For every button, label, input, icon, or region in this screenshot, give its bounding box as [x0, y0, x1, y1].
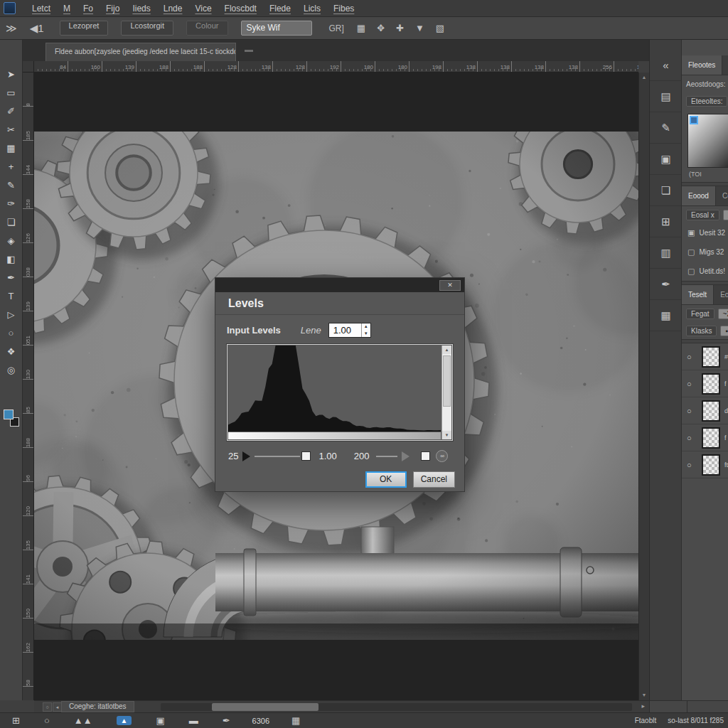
options-extra-icon[interactable]: ▧	[436, 23, 444, 33]
menu-item-5[interactable]: Iieds	[126, 4, 156, 14]
highlight-slider-handle[interactable]	[402, 451, 410, 461]
menu-item-2[interactable]: M	[57, 4, 77, 14]
paths-panel-icon[interactable]: ✒	[650, 269, 682, 300]
spinner-down-icon[interactable]: ▼	[362, 331, 370, 338]
adjust-row-value[interactable]: ▪	[720, 326, 728, 336]
scroll-option-icon[interactable]: ○	[43, 702, 52, 712]
channels-panel-icon[interactable]: ▦	[650, 300, 682, 331]
frame-window-icon[interactable]: ▣	[156, 715, 164, 726]
tool-back-icon[interactable]: ◀1	[30, 22, 44, 35]
layer-thumbnail[interactable]	[702, 454, 720, 476]
path-select-tool[interactable]: ▷	[1, 306, 22, 324]
gamma-value[interactable]: 1.00	[329, 323, 361, 337]
style-input[interactable]: Syke Wif	[241, 21, 312, 36]
menu-item-6[interactable]: Lnde	[157, 4, 189, 14]
gradient-selected-icon[interactable]	[690, 116, 698, 124]
scroll-track[interactable]	[161, 703, 632, 711]
brush-tool[interactable]: ✎	[1, 176, 22, 195]
pen-app-icon[interactable]: ✒	[223, 715, 230, 726]
photos-icon[interactable]: ▲▲	[74, 715, 92, 726]
foreground-color-swatch[interactable]	[4, 410, 14, 419]
presets-tab-1[interactable]: Fleootes	[682, 55, 722, 75]
scroll-right-icon[interactable]: ▸	[641, 702, 645, 710]
menu-item-3[interactable]: Fo	[77, 4, 100, 14]
brush-panel-icon[interactable]: ✎	[650, 112, 682, 144]
marquee-tool[interactable]: ▭	[1, 84, 22, 102]
layer-visibility-icon[interactable]: ○	[687, 434, 697, 442]
app-logo-icon[interactable]	[4, 2, 16, 14]
output-slider-handle[interactable]	[421, 451, 430, 461]
presets-tab-2[interactable]: E	[722, 55, 728, 75]
auto-reset-button[interactable]: ∞	[436, 450, 448, 462]
cancel-button[interactable]: Cancel	[413, 471, 455, 488]
transform-icon[interactable]: ✚	[396, 23, 404, 33]
warp-icon[interactable]: ▼	[415, 23, 424, 33]
menu-item-8[interactable]: Floscbdt	[218, 4, 263, 14]
scroll-handle[interactable]	[212, 703, 318, 711]
align-grid-icon[interactable]: ▦	[357, 23, 365, 33]
crop-tool[interactable]: ✂	[1, 121, 22, 139]
channels-item-2[interactable]: ▢Migs 32	[682, 242, 728, 262]
preset-button-3[interactable]: Colour	[186, 21, 228, 36]
layer-row-2[interactable]: ○f	[682, 370, 728, 397]
scroll-down-icon[interactable]: ▼	[639, 690, 649, 700]
document-tab[interactable]: Fldee aubon[zayslee (jeedieg /eded lee l…	[46, 43, 236, 61]
libraries-panel-icon[interactable]: ⊞	[650, 206, 682, 237]
gradient-tool[interactable]: ◧	[1, 250, 22, 269]
lasso-tool[interactable]: ✐	[1, 102, 22, 121]
layer-row-3[interactable]: ○d	[682, 397, 728, 424]
channels-item-1[interactable]: ▣Uesit 32	[682, 223, 728, 242]
channels-tab-2[interactable]: Ceol	[716, 186, 728, 205]
preset-button-2[interactable]: Lcostorgit	[121, 21, 173, 36]
history-brush-tool[interactable]: ❏	[1, 213, 22, 232]
hist-scroll-down-icon[interactable]: ▼	[442, 431, 451, 439]
color-swatches[interactable]	[4, 410, 19, 427]
hist-scroll-handle[interactable]	[443, 355, 451, 407]
clone-stamp-tool[interactable]: ✑	[1, 195, 22, 213]
vertical-scrollbar[interactable]: ▲ ▼	[638, 73, 649, 700]
hand-tool[interactable]: ❖	[1, 343, 22, 361]
start-grid-icon[interactable]: ⊞	[12, 715, 20, 726]
info-panel-icon[interactable]: ▥	[650, 237, 682, 269]
eraser-tool[interactable]: ◈	[1, 232, 22, 250]
slice-tool[interactable]: ▦	[1, 139, 22, 158]
adjust-row-value[interactable]: ~2	[718, 309, 728, 319]
tab-overflow-icon[interactable]	[245, 50, 253, 52]
layer-row-1[interactable]: ○#	[682, 343, 728, 370]
channels-field-value[interactable]: 2	[723, 210, 728, 220]
menu-item-1[interactable]: Letct	[26, 4, 57, 14]
healing-tool[interactable]: +	[1, 158, 22, 176]
dark-window-icon[interactable]: ▬	[189, 715, 198, 726]
horizontal-scrollbar[interactable]: ○ ◂ Coeghe: itatlotbes ▸	[34, 700, 649, 712]
image-app-icon[interactable]: ▲	[117, 716, 132, 725]
close-icon[interactable]: ✕	[439, 280, 461, 291]
spinner-up-icon[interactable]: ▲	[362, 323, 370, 331]
menu-item-7[interactable]: Vice	[188, 4, 218, 14]
menu-item-10[interactable]: Licls	[297, 4, 327, 14]
menu-item-4[interactable]: Fijo	[100, 4, 126, 14]
gamma-spinner[interactable]: ▲ ▼	[361, 323, 370, 337]
zoom-tool[interactable]: ◎	[1, 361, 22, 380]
layer-row-4[interactable]: ○f	[682, 424, 728, 451]
collapse-panels-icon[interactable]: «	[650, 50, 682, 81]
shadow-slider-handle[interactable]	[242, 451, 250, 461]
workspace-double-arrow-icon[interactable]: ≫	[6, 22, 17, 35]
ok-button[interactable]: OK	[365, 471, 407, 488]
type-tool[interactable]: T	[1, 287, 22, 306]
shadow-value[interactable]: 25	[228, 451, 238, 461]
layer-visibility-icon[interactable]: ○	[687, 407, 697, 415]
adjust-tab-2[interactable]: Eoor	[714, 285, 728, 304]
channels-item-3[interactable]: ▢Uetit.ds!	[682, 262, 728, 281]
grid-app-icon[interactable]: ▦	[291, 715, 300, 726]
layer-thumbnail[interactable]	[702, 427, 720, 449]
layer-visibility-icon[interactable]: ○	[687, 380, 697, 388]
shape-tool[interactable]: ○	[1, 324, 22, 343]
midtone-slider-handle[interactable]	[301, 451, 311, 461]
highlight-value[interactable]: 200	[354, 451, 370, 461]
clone-source-panel-icon[interactable]: ▣	[650, 144, 682, 175]
scroll-up-icon[interactable]: ▲	[639, 73, 649, 82]
layer-row-5[interactable]: ○ft	[682, 451, 728, 478]
browser-icon[interactable]: ○	[44, 715, 50, 726]
layer-thumbnail[interactable]	[702, 400, 720, 422]
move-tool[interactable]: ➤	[1, 65, 22, 84]
